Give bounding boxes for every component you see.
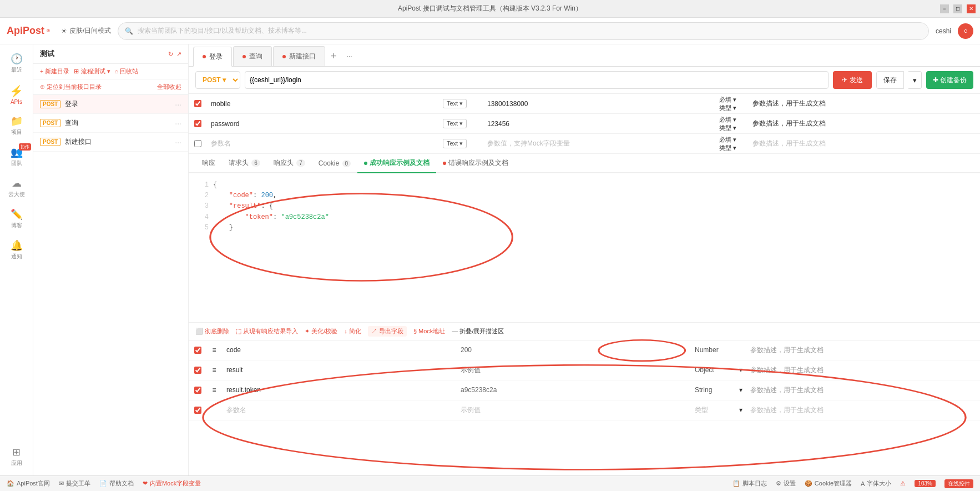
search-icon: 🔍 xyxy=(125,27,133,35)
fields-row-result: ≡ result 示例值 Object ▾ 参数描述，用于生成文档 xyxy=(189,360,980,380)
cookie-icon: 🍪 xyxy=(805,480,812,487)
api-item-query[interactable]: POST 查询 ··· xyxy=(33,114,188,133)
token-field-type: String xyxy=(690,383,735,397)
sub-tab-success-doc[interactable]: 成功响应示例及文档 xyxy=(357,154,436,173)
import-action[interactable]: ⬚ 从现有响应结果导入 xyxy=(236,327,298,335)
simplify-action[interactable]: ↓ 简化 xyxy=(344,327,361,335)
cookie-manager-btn[interactable]: 🍪 Cookie管理器 xyxy=(805,479,852,488)
sidebar-item-blog[interactable]: ✏️ 博客 xyxy=(1,204,32,233)
sidebar-item-team[interactable]: 👥 团队 协作 xyxy=(1,142,32,171)
script-log-btn[interactable]: 📋 脚本日志 xyxy=(733,479,767,488)
close-btn[interactable]: ✕ xyxy=(967,4,976,13)
sub-tab-request-headers[interactable]: 请求头 6 xyxy=(222,154,267,173)
empty-checkbox[interactable] xyxy=(194,140,201,147)
theme-toggle[interactable]: ☀ 皮肤/日间模式 xyxy=(61,26,111,36)
mock-fields-link[interactable]: ❤ 内置Mock字段变量 xyxy=(143,479,201,488)
collapse-all-btn[interactable]: 全部收起 xyxy=(157,83,181,91)
token-row-icon: ≡ xyxy=(206,383,222,397)
sidebar-item-project[interactable]: 📁 项目 xyxy=(1,111,32,140)
sidebar-item-cloud[interactable]: ☁ 云大使 xyxy=(1,173,32,202)
collapse-action[interactable]: — 折叠/展开描述区 xyxy=(452,327,504,335)
search-bar[interactable]: 🔍 搜索当前团队下的项目/接口/以及帮助文档、技术博客等... xyxy=(118,22,929,40)
blog-icon: ✏️ xyxy=(11,208,23,221)
token-type-arrow[interactable]: ▾ xyxy=(735,383,746,397)
api-list: POST 登录 ··· POST 查询 ··· POST 新建接口 ··· xyxy=(33,95,188,475)
mobile-type-badge[interactable]: Text ▾ xyxy=(443,99,467,108)
maximize-btn[interactable]: □ xyxy=(953,4,962,13)
zoom-level: 103% xyxy=(915,480,936,487)
mock-address-action[interactable]: § Mock地址 xyxy=(413,327,445,335)
method-badge-post-3: POST xyxy=(40,138,60,146)
minimize-btn[interactable]: － xyxy=(940,4,949,13)
save-btn[interactable]: 保存 xyxy=(876,71,904,89)
settings-icon: ⚙ xyxy=(776,480,781,487)
sidebar-item-apis[interactable]: ⚡ APIs xyxy=(1,80,32,109)
code-editor[interactable]: 1 { 2 "code": 200, 3 "result": { 4 xyxy=(189,173,980,322)
empty-type-arrow[interactable]: ▾ xyxy=(735,403,746,417)
method-select[interactable]: POST ▾ xyxy=(195,71,240,89)
refresh-btn[interactable]: ↻ xyxy=(168,51,173,58)
user-avatar[interactable]: c xyxy=(958,23,973,39)
tab-new-interface[interactable]: 新建接口 xyxy=(273,46,325,66)
delete-action[interactable]: ⬜ 彻底删除 xyxy=(195,327,229,335)
locate-btn[interactable]: ⊕ 定位到当前接口目录 xyxy=(40,83,102,91)
beautify-action[interactable]: ✦ 美化/校验 xyxy=(305,327,337,335)
url-input[interactable] xyxy=(245,71,829,89)
save-dropdown-btn[interactable]: ▾ xyxy=(908,71,922,89)
code-field-value: 200 xyxy=(456,343,690,357)
api-more-login[interactable]: ··· xyxy=(175,100,181,109)
new-dir-btn[interactable]: + 新建目录 xyxy=(40,67,69,76)
api-item-new[interactable]: POST 新建接口 ··· xyxy=(33,133,188,152)
warning-item[interactable]: ⚠ xyxy=(900,480,906,487)
sub-tab-response[interactable]: 响应 xyxy=(195,154,222,173)
params-row-empty: 参数名 Text ▾ 参数值，支持Mock字段变量 必填 ▾ 类型 ▾ 参数描述… xyxy=(189,134,980,154)
result-type-arrow[interactable]: ▾ xyxy=(735,363,746,377)
sidebar-item-recent[interactable]: 🕐 最近 xyxy=(1,49,32,78)
token-field-value: a9c5238c2a xyxy=(456,383,690,397)
title-bar: ApiPost 接口调试与文档管理工具（构建版本 V3.2.3 For Win）… xyxy=(0,0,980,18)
tab-label-query: 查询 xyxy=(249,52,262,61)
api-post-home-link[interactable]: 🏠 ApiPost官网 xyxy=(7,479,50,488)
sub-tab-response-headers[interactable]: 响应头 7 xyxy=(267,154,312,173)
settings-btn[interactable]: ⚙ 设置 xyxy=(776,479,796,488)
result-row-checkbox[interactable] xyxy=(194,367,201,374)
password-checkbox[interactable] xyxy=(194,120,201,127)
mobile-checkbox[interactable] xyxy=(194,100,201,107)
logo: ApiPost ® xyxy=(7,25,50,37)
share-btn[interactable]: ↗ xyxy=(176,51,181,58)
send-btn[interactable]: ✈ 发送 xyxy=(833,71,871,89)
password-value: 123456 xyxy=(483,118,715,130)
sidebar-item-apps[interactable]: ⊞ 应用 xyxy=(1,442,32,471)
api-more-new[interactable]: ··· xyxy=(175,138,181,147)
help-docs-link[interactable]: 📄 帮助文档 xyxy=(99,479,134,488)
password-type-badge[interactable]: Text ▾ xyxy=(443,119,467,128)
tab-add-btn[interactable]: + xyxy=(326,46,341,66)
params-table: mobile Text ▾ 13800138000 必填 ▾ 类型 ▾ 参数描述… xyxy=(189,94,980,154)
recycle-btn[interactable]: ⌂ 回收站 xyxy=(115,67,139,76)
font-icon: A xyxy=(861,480,865,487)
sidebar-item-notify[interactable]: 🔔 通知 xyxy=(1,236,32,264)
empty-desc: 参数描述，用于生成文档 xyxy=(748,137,980,151)
tab-query[interactable]: 查询 xyxy=(233,46,272,66)
empty-row-checkbox[interactable] xyxy=(194,407,201,414)
sub-tab-cookie[interactable]: Cookie 0 xyxy=(312,155,357,173)
create-backup-btn[interactable]: ✚ 创建备份 xyxy=(926,71,973,89)
font-size-btn[interactable]: A 字体大小 xyxy=(861,479,891,488)
window-controls[interactable]: － □ ✕ xyxy=(940,4,976,13)
empty-type-badge[interactable]: Text ▾ xyxy=(443,139,467,148)
tab-login[interactable]: 登录 xyxy=(193,47,232,67)
fields-row-result-token: ≡ result.token a9c5238c2a String ▾ 参数描述，… xyxy=(189,380,980,400)
cloud-icon: ☁ xyxy=(12,177,22,189)
code-row-checkbox[interactable] xyxy=(194,347,201,354)
empty-field-value: 示例值 xyxy=(456,402,690,418)
empty-row-icon xyxy=(206,407,222,413)
flow-test-btn[interactable]: ⊞ 流程测试 ▾ xyxy=(74,67,110,76)
online-control[interactable]: 在线控件 xyxy=(944,479,973,488)
export-fields-action[interactable]: ↗ 导出字段 xyxy=(368,326,407,337)
tab-more-btn[interactable]: ··· xyxy=(342,46,357,66)
sub-tab-error-doc[interactable]: 错误响应示例及文档 xyxy=(436,154,515,173)
submit-ticket-link[interactable]: ✉ 提交工单 xyxy=(59,479,90,488)
token-row-checkbox[interactable] xyxy=(194,387,201,394)
api-item-login[interactable]: POST 登录 ··· xyxy=(33,95,188,114)
api-more-query[interactable]: ··· xyxy=(175,119,181,128)
